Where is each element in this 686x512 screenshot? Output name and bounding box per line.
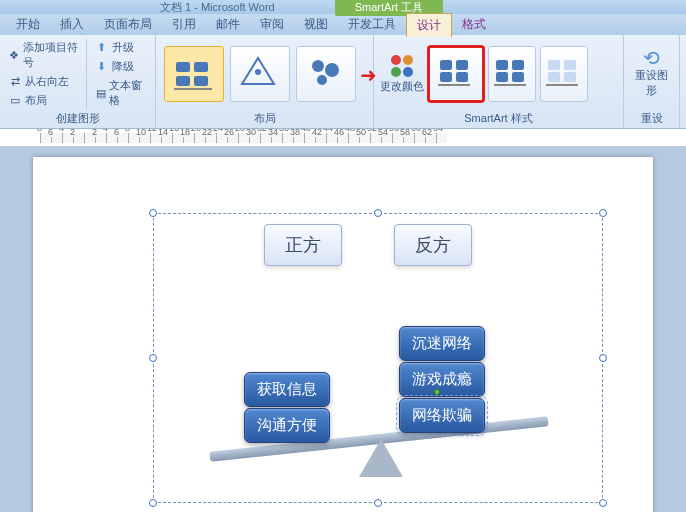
rtl-button[interactable]: ⇄从右向左	[6, 73, 82, 90]
demote-icon: ⬇	[95, 60, 109, 74]
svg-point-2	[312, 60, 324, 72]
layout-option-1[interactable]	[164, 46, 224, 102]
svg-point-4	[317, 75, 327, 85]
text-pane-icon: ▤	[95, 86, 107, 100]
tab-view[interactable]: 视图	[294, 13, 338, 36]
tab-insert[interactable]: 插入	[50, 13, 94, 36]
group-label: 布局	[162, 109, 367, 126]
group-label: 创建图形	[6, 109, 149, 126]
document-area: 正方 反方 获取信息 沟通方便 沉迷网络 游戏成瘾 网络欺骗	[0, 147, 686, 512]
resize-handle[interactable]	[149, 209, 157, 217]
layout-icon: ▭	[8, 94, 22, 108]
demote-button[interactable]: ⬇降级	[93, 58, 149, 75]
tab-references[interactable]: 引用	[162, 13, 206, 36]
layout-button[interactable]: ▭布局	[6, 92, 82, 109]
color-circles-icon	[391, 67, 413, 77]
rtl-icon: ⇄	[8, 75, 22, 89]
resize-handle[interactable]	[149, 499, 157, 507]
page: 正方 反方 获取信息 沟通方便 沉迷网络 游戏成瘾 网络欺骗	[33, 157, 653, 512]
reset-icon: ⟲	[645, 51, 659, 65]
rotate-handle[interactable]	[434, 389, 440, 395]
tab-format[interactable]: 格式	[452, 13, 496, 36]
tab-review[interactable]: 审阅	[250, 13, 294, 36]
ribbon-group-styles: ➜ 更改颜色 SmartArt	[374, 35, 624, 128]
text-pane-button[interactable]: ▤文本窗格	[93, 77, 149, 109]
promote-button[interactable]: ⬆升级	[93, 39, 149, 56]
style-option-1[interactable]	[428, 46, 484, 102]
resize-handle[interactable]	[374, 499, 382, 507]
change-colors-button[interactable]: 更改颜色	[380, 55, 424, 94]
layout-option-2[interactable]	[230, 46, 290, 102]
ribbon-group-layout: 布局	[156, 35, 374, 128]
layout-option-3[interactable]	[296, 46, 356, 102]
ribbon-group-reset: ⟲ 重设图形 重设	[624, 35, 680, 128]
style-option-3[interactable]	[540, 46, 588, 102]
left-item-1[interactable]: 获取信息	[244, 372, 330, 407]
horizontal-ruler: 8642246810121416182022242628303234363840…	[0, 129, 686, 147]
resize-handle[interactable]	[374, 209, 382, 217]
tab-developer[interactable]: 开发工具	[338, 13, 406, 36]
promote-icon: ⬆	[95, 41, 109, 55]
resize-handle[interactable]	[599, 354, 607, 362]
right-item-2[interactable]: 游戏成瘾	[399, 362, 485, 397]
tab-design[interactable]: 设计	[406, 13, 452, 37]
resize-handle[interactable]	[149, 354, 157, 362]
balance-label-left[interactable]: 正方	[264, 224, 342, 266]
left-item-2[interactable]: 沟通方便	[244, 408, 330, 443]
balance-fulcrum	[359, 439, 403, 477]
tab-start[interactable]: 开始	[6, 13, 50, 36]
right-item-1[interactable]: 沉迷网络	[399, 326, 485, 361]
balance-scale: 获取信息 沟通方便 沉迷网络 游戏成瘾 网络欺骗	[184, 294, 574, 494]
add-bullet-button[interactable]: ❖添加项目符号	[6, 39, 82, 71]
balance-label-right[interactable]: 反方	[394, 224, 472, 266]
smartart-frame[interactable]: 正方 反方 获取信息 沟通方便 沉迷网络 游戏成瘾 网络欺骗	[153, 213, 603, 503]
group-label: 重设	[630, 109, 673, 126]
tab-page-layout[interactable]: 页面布局	[94, 13, 162, 36]
svg-point-3	[325, 63, 339, 77]
tab-mail[interactable]: 邮件	[206, 13, 250, 36]
resize-handle[interactable]	[599, 499, 607, 507]
color-circles-icon	[391, 55, 413, 65]
bullet-icon: ❖	[8, 48, 20, 62]
menu-bar: 开始 插入 页面布局 引用 邮件 审阅 视图 开发工具 设计 格式	[0, 14, 686, 35]
title-bar: 文档 1 - Microsoft Word SmartArt 工具	[0, 0, 686, 14]
arrow-icon: ➜	[360, 63, 377, 87]
ribbon: ❖添加项目符号 ⇄从右向左 ▭布局 ⬆升级 ⬇降级 ▤文本窗格 创建图形 布局	[0, 35, 686, 129]
resize-handle[interactable]	[599, 209, 607, 217]
right-item-3[interactable]: 网络欺骗	[399, 398, 485, 433]
group-label: SmartArt 样式	[380, 109, 617, 126]
svg-point-1	[255, 69, 261, 75]
style-option-2[interactable]	[488, 46, 536, 102]
ribbon-group-create: ❖添加项目符号 ⇄从右向左 ▭布局 ⬆升级 ⬇降级 ▤文本窗格 创建图形	[0, 35, 156, 128]
reset-button[interactable]: ⟲ 重设图形	[630, 50, 673, 99]
